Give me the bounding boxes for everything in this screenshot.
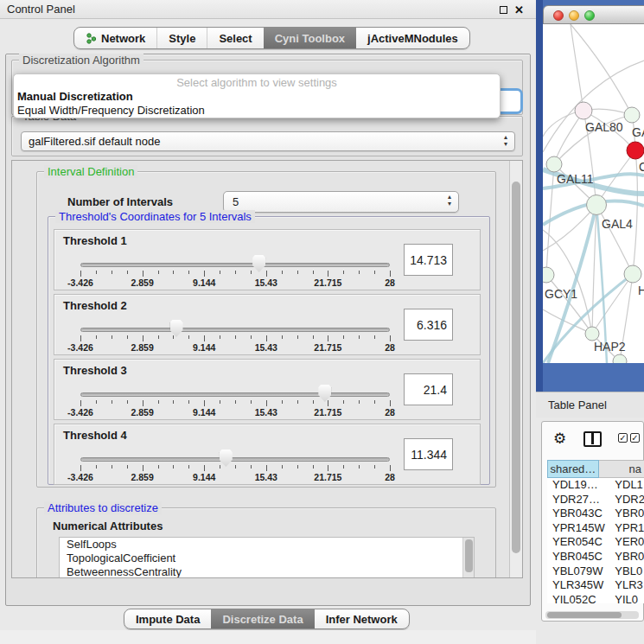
cell-shared-name[interactable]: YDR27… xyxy=(547,493,612,507)
cell-name[interactable]: YLR3 xyxy=(612,578,644,593)
tab-cyni-toolbox[interactable]: Cyni Toolbox xyxy=(264,28,356,48)
table-data-group: Table Data galFiltered.sif default node … xyxy=(11,116,523,156)
threshold-slider-track[interactable] xyxy=(80,457,390,462)
table-row[interactable]: YDL19…YDL1 xyxy=(547,478,644,493)
cell-name[interactable]: YPR1 xyxy=(612,521,644,536)
table-row[interactable]: YBR043CYBR0 xyxy=(547,507,644,521)
table-row[interactable]: YDR27…YDR2 xyxy=(547,493,644,507)
thresholds-group-title: Threshold's Coordinates for 5 Intervals xyxy=(55,210,255,223)
cell-shared-name[interactable]: YPR145W xyxy=(547,521,612,536)
tab-style[interactable]: Style xyxy=(156,28,207,48)
threshold-slider-handle[interactable] xyxy=(170,320,183,337)
tab-select[interactable]: Select xyxy=(207,28,263,48)
slider-tick xyxy=(158,335,159,339)
spinner-arrows-icon[interactable]: ▴▾ xyxy=(448,194,451,207)
network-edge[interactable] xyxy=(633,150,638,274)
popup-item-equal-width-frequency-discretization[interactable]: Equal Width/Frequency Discretization xyxy=(14,104,500,118)
network-node[interactable] xyxy=(575,102,592,119)
network-node[interactable] xyxy=(585,327,599,341)
table-data-combobox[interactable]: galFiltered.sif default node ▴▾ xyxy=(21,131,515,151)
network-node[interactable] xyxy=(627,142,644,159)
popup-item-manual-discretization[interactable]: Manual Discretization xyxy=(14,90,500,104)
list-scrollbar[interactable] xyxy=(462,538,474,577)
threshold-value-field[interactable]: 6.316 xyxy=(404,309,453,341)
column-header-shared-name[interactable]: shared… xyxy=(547,460,599,478)
cell-shared-name[interactable]: YDL19… xyxy=(547,478,612,493)
network-view-window: GAL80GACGAL11GAL4GCY1HHAP2 xyxy=(543,5,644,363)
table-hscrollbar[interactable] xyxy=(545,611,639,619)
table-row[interactable]: YBL079WYBL0 xyxy=(547,564,644,579)
minimize-traffic-light-icon[interactable] xyxy=(569,10,579,21)
cell-shared-name[interactable]: YBR045C xyxy=(547,550,612,564)
slider-tick xyxy=(173,465,174,469)
tab-discretize-data[interactable]: Discretize Data xyxy=(211,609,314,628)
threshold-slider-track[interactable] xyxy=(80,328,390,332)
number-of-intervals-spinner[interactable]: 5 ▴▾ xyxy=(223,191,459,213)
settings-scrollbar[interactable] xyxy=(509,161,522,577)
column-header-name[interactable]: na xyxy=(599,460,644,478)
threshold-value-field[interactable]: 11.344 xyxy=(404,438,453,470)
close-icon[interactable]: ✕ xyxy=(514,4,524,16)
network-edge[interactable] xyxy=(554,111,583,164)
numerical-attributes-list[interactable]: SelfLoopsTopologicalCoefficientBetweenne… xyxy=(59,537,475,578)
network-canvas[interactable]: GAL80GACGAL11GAL4GCY1HHAP2 xyxy=(543,24,644,363)
threshold-slider-handle[interactable] xyxy=(220,450,233,467)
slider-tick xyxy=(297,465,298,469)
network-node[interactable] xyxy=(613,354,627,363)
threshold-slider-handle[interactable] xyxy=(252,255,265,272)
tab-network[interactable]: Network xyxy=(74,28,156,48)
slider-scale-label: 21.715 xyxy=(302,277,354,288)
threshold-value-field[interactable]: 14.713 xyxy=(404,244,453,276)
bottom-strip xyxy=(0,630,536,644)
network-node[interactable] xyxy=(624,107,640,123)
threshold-slider-handle[interactable] xyxy=(318,385,331,402)
slider-tick xyxy=(266,271,267,277)
slider-tick xyxy=(390,400,391,406)
table-row[interactable]: YLR345WYLR3 xyxy=(547,578,644,593)
cell-shared-name[interactable]: YBL079W xyxy=(547,564,612,579)
float-window-icon[interactable] xyxy=(500,6,507,14)
network-node[interactable] xyxy=(624,265,641,283)
cell-name[interactable]: YIL0 xyxy=(612,593,644,603)
network-edge[interactable] xyxy=(543,61,644,152)
cell-name[interactable]: YBR0 xyxy=(612,550,644,564)
network-node[interactable] xyxy=(546,156,562,172)
tab-infer-network[interactable]: Infer Network xyxy=(315,609,409,628)
table-row[interactable]: YBR045CYBR0 xyxy=(547,550,644,564)
cell-name[interactable]: YBR0 xyxy=(612,507,644,521)
cell-name[interactable]: YBL0 xyxy=(612,564,644,579)
slider-tick xyxy=(127,335,128,339)
tab-impute-data[interactable]: Impute Data xyxy=(124,609,211,628)
close-traffic-light-icon[interactable] xyxy=(553,10,564,21)
zoom-traffic-light-icon[interactable] xyxy=(584,10,595,21)
attribute-item-selfloops[interactable]: SelfLoops xyxy=(60,538,474,552)
threshold-slider-track[interactable] xyxy=(80,263,390,267)
attribute-item-topologicalcoefficient[interactable]: TopologicalCoefficient xyxy=(60,552,474,565)
network-window-titlebar[interactable] xyxy=(543,5,644,24)
slider-tick xyxy=(96,400,97,404)
tab-jactivemnodules[interactable]: jActiveMNodules xyxy=(356,28,469,48)
cell-shared-name[interactable]: YLR345W xyxy=(547,578,612,593)
attribute-item-betweennesscentrality[interactable]: BetweennessCentrality xyxy=(60,565,474,578)
cell-shared-name[interactable]: YIL052C xyxy=(547,593,612,603)
cell-name[interactable]: YDL1 xyxy=(612,478,644,493)
checkbox-icon[interactable]: ✓ xyxy=(630,433,640,443)
gear-icon[interactable]: ⚙ xyxy=(553,430,566,448)
split-panel-icon[interactable] xyxy=(583,431,602,447)
threshold-value-field[interactable]: 21.4 xyxy=(404,373,453,405)
slider-tick xyxy=(343,465,344,469)
checkbox-icon[interactable]: ✓ xyxy=(618,433,628,443)
cell-name[interactable]: YDR2 xyxy=(612,493,644,507)
table-row[interactable]: YIL052CYIL0 xyxy=(547,593,644,603)
slider-tick xyxy=(343,271,344,274)
cyni-toolbox-panel: Discretization Algorithm Table Data galF… xyxy=(5,54,531,606)
table-row[interactable]: YPR145WYPR1 xyxy=(547,521,644,536)
network-node[interactable] xyxy=(587,195,607,215)
threshold-slider-track[interactable] xyxy=(80,392,390,397)
network-node[interactable] xyxy=(543,267,554,283)
cell-shared-name[interactable]: YER054C xyxy=(547,535,612,550)
cell-shared-name[interactable]: YBR043C xyxy=(547,507,612,521)
network-edge[interactable] xyxy=(543,309,592,334)
cell-name[interactable]: YER0 xyxy=(612,535,644,550)
table-row[interactable]: YER054CYER0 xyxy=(547,535,644,550)
